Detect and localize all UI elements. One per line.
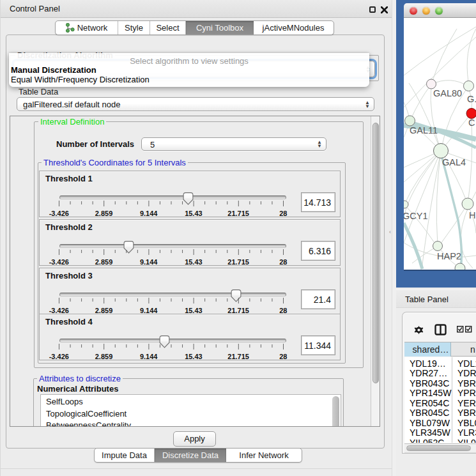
- svg-text:GAL11: GAL11: [410, 125, 438, 135]
- svg-text:C: C: [468, 118, 475, 128]
- svg-text:GAL80: GAL80: [433, 88, 462, 98]
- svg-text:GAL4: GAL4: [442, 157, 466, 167]
- svg-text:GCY1: GCY1: [404, 211, 428, 221]
- svg-text:HAP2: HAP2: [437, 251, 461, 261]
- svg-text:H: H: [469, 210, 475, 220]
- svg-text:G.: G.: [467, 94, 476, 104]
